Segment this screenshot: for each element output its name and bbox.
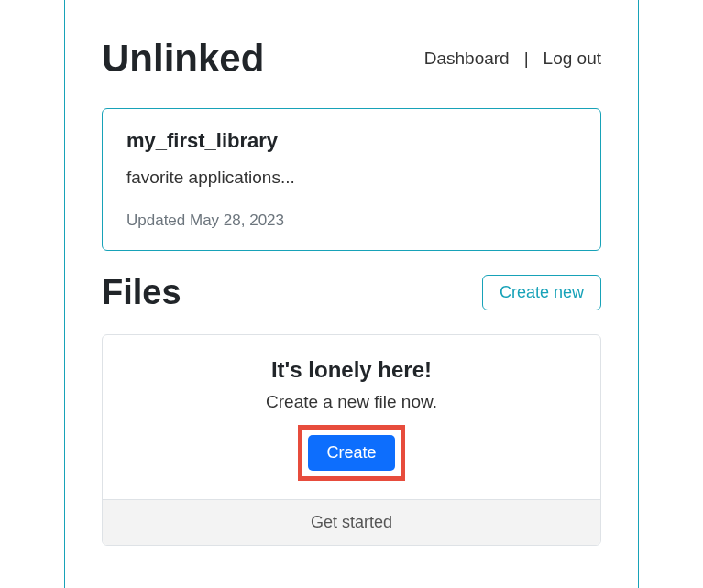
brand-link[interactable]: Unlinked — [102, 37, 264, 81]
files-empty-body: It's lonely here! Create a new file now.… — [103, 335, 600, 499]
library-description: favorite applications... — [126, 168, 577, 188]
create-button-highlight: Create — [298, 425, 404, 481]
nav-logout[interactable]: Log out — [544, 49, 601, 69]
files-heading: Files — [102, 273, 181, 312]
empty-footer[interactable]: Get started — [103, 499, 600, 545]
files-empty-card: It's lonely here! Create a new file now.… — [102, 334, 601, 546]
empty-subtitle: Create a new file now. — [121, 392, 582, 412]
header: Unlinked Dashboard | Log out — [102, 37, 601, 81]
nav-divider: | — [524, 49, 529, 69]
create-new-button[interactable]: Create new — [482, 275, 601, 310]
library-card[interactable]: my_first_library favorite applications..… — [102, 108, 601, 251]
files-header: Files Create new — [102, 273, 601, 312]
main-container: Unlinked Dashboard | Log out my_first_li… — [64, 0, 639, 588]
empty-title: It's lonely here! — [121, 357, 582, 383]
nav-dashboard[interactable]: Dashboard — [424, 49, 510, 69]
library-name: my_first_library — [126, 129, 577, 153]
library-updated: Updated May 28, 2023 — [126, 212, 577, 230]
nav: Dashboard | Log out — [424, 49, 601, 69]
create-file-button[interactable]: Create — [308, 435, 394, 471]
